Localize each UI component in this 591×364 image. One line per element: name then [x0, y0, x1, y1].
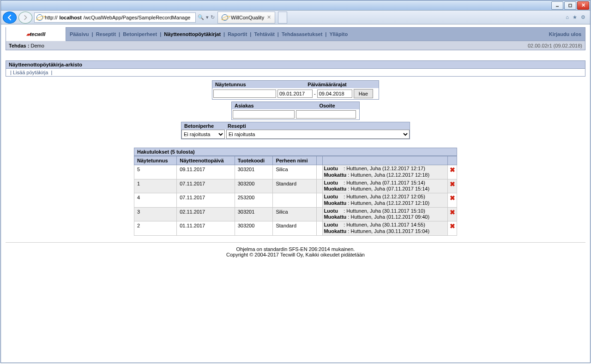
browser-tab[interactable]: WillConQuality ✕ [217, 12, 275, 24]
delete-icon[interactable]: ✖ [450, 180, 455, 188]
betoniperhe-select[interactable]: Ei rajoitusta [181, 130, 225, 139]
tehdas-value: Demo [30, 43, 44, 48]
col-meta [323, 156, 448, 165]
cell-id: 5 [134, 165, 177, 179]
cell-meta: Luotu : Huttunen, Juha (30.11.2017 15:10… [323, 207, 448, 221]
nav-item[interactable]: Reseptit [96, 31, 116, 37]
nav-item[interactable]: Tehdasasetukset [282, 31, 322, 37]
ie-icon [36, 14, 43, 21]
url-prefix: http:// [45, 15, 58, 20]
asiakas-label: Asiakas [232, 102, 296, 109]
add-record-link[interactable]: Lisää pöytäkirja [13, 70, 48, 75]
cell-spacer [317, 221, 323, 236]
nav-item[interactable]: Ylläpito [329, 31, 348, 37]
search-button[interactable]: Hae [354, 89, 373, 98]
cell-meta: Luotu : Huttunen, Juha (07.11.2017 15:14… [323, 179, 448, 193]
cell-id: 4 [134, 193, 177, 208]
cell-family: Silica [273, 207, 317, 221]
forward-button[interactable] [18, 12, 32, 24]
address-bar[interactable]: http://localhost/wcQualWebApp/Pages/Samp… [34, 12, 196, 23]
cell-date: 02.11.2017 [177, 207, 235, 221]
version-text: 02.00.02r1 (09.02.2018) [528, 43, 582, 48]
browser-toolbar: http://localhost/wcQualWebApp/Pages/Samp… [1, 11, 590, 24]
cell-date: 09.11.2017 [177, 165, 235, 179]
footer: Ohjelma on standardin SFS-EN 206:2014 mu… [6, 242, 585, 257]
dropdown-icon[interactable]: ▾ [206, 14, 209, 20]
close-button[interactable]: ✕ [577, 1, 589, 10]
col-spacer [317, 156, 323, 165]
cell-id: 3 [134, 207, 177, 221]
naytetunnus-input[interactable] [213, 90, 276, 98]
tab-title: WillConQuality [231, 15, 264, 20]
cell-id: 1 [134, 179, 177, 193]
logo: ▰tecwill [6, 27, 66, 41]
cell-family: Standard [273, 179, 317, 193]
logout-link[interactable]: Kirjaudu ulos [549, 31, 581, 37]
cell-code: 303201 [235, 207, 273, 221]
cell-meta: Luotu : Huttunen, Juha (12.12.2017 12:05… [323, 193, 448, 208]
delete-icon[interactable]: ✖ [450, 222, 455, 230]
nav-item[interactable]: Raportit [228, 31, 247, 37]
col-header: Näytteenottopäivä [177, 156, 235, 165]
svg-rect-1 [569, 4, 572, 7]
maximize-button[interactable] [564, 1, 576, 10]
nav-item[interactable]: Betoniperheet [123, 31, 157, 37]
cell-code: 303200 [235, 221, 273, 236]
betoniperhe-label: Betoniperhe [181, 122, 225, 130]
cell-meta: Luotu : Huttunen, Juha (12.12.2017 12:17… [323, 165, 448, 179]
tools-icon[interactable]: ⚙ [581, 14, 585, 20]
col-header: Tuotekoodi [235, 156, 273, 165]
date-to-input[interactable] [317, 90, 352, 98]
window-titlebar: ✕ [1, 0, 590, 11]
date-from-input[interactable] [277, 90, 313, 98]
col-header: Näytetunnus [134, 156, 177, 165]
delete-icon[interactable]: ✖ [450, 166, 455, 173]
table-row[interactable]: 509.11.2017303201SilicaLuotu : Huttunen,… [134, 165, 457, 179]
search-icon[interactable]: 🔍 [198, 14, 204, 20]
cell-spacer [317, 165, 323, 179]
nav-item[interactable]: Tehtävät [254, 31, 274, 37]
section-title: Näytteenottopöytäkirja-arkisto [6, 60, 585, 69]
date-sep: - [314, 91, 316, 96]
table-row[interactable]: 107.11.2017303200StandardLuotu : Huttune… [134, 179, 457, 193]
tab-close-icon[interactable]: ✕ [267, 14, 271, 20]
nav-item[interactable]: Pääsivu [70, 31, 89, 37]
home-icon[interactable]: ⌂ [566, 14, 569, 20]
cell-id: 2 [134, 221, 177, 236]
resepti-select[interactable]: Ei rajoitusta [226, 130, 410, 139]
col-header: Perheen nimi [273, 156, 317, 165]
cell-meta: Luotu : Huttunen, Juha (30.11.2017 14:55… [323, 221, 448, 236]
asiakas-input[interactable] [233, 110, 295, 119]
footer-line1: Ohjelma on standardin SFS-EN 206:2014 mu… [6, 246, 585, 252]
url-path: /wcQualWebApp/Pages/SampleRecordManage [84, 15, 191, 20]
cell-family [273, 193, 317, 208]
back-button[interactable] [3, 12, 17, 24]
cell-spacer [317, 193, 323, 208]
ie-icon [222, 14, 228, 21]
resepti-label: Resepti [225, 122, 410, 130]
cell-family: Silica [273, 165, 317, 179]
table-row[interactable]: 407.11.2017253200Luotu : Huttunen, Juha … [134, 193, 457, 208]
sub-bar: Tehdas : Demo 02.00.02r1 (09.02.2018) [6, 41, 585, 50]
new-tab-button[interactable] [278, 12, 287, 24]
col-delete [448, 156, 457, 165]
logo-text: tecwill [30, 31, 46, 37]
favorites-icon[interactable]: ★ [573, 14, 577, 20]
cell-spacer [317, 207, 323, 221]
naytetunnus-label: Näytetunnus [212, 81, 276, 88]
cell-date: 07.11.2017 [177, 179, 235, 193]
results-header: Hakutulokset (5 tulosta) [134, 148, 457, 156]
cell-family: Standard [273, 221, 317, 236]
table-row[interactable]: 302.11.2017303201SilicaLuotu : Huttunen,… [134, 207, 457, 221]
osoite-input[interactable] [296, 110, 356, 119]
refresh-icon[interactable]: ↻ [211, 14, 215, 20]
table-row[interactable]: 201.11.2017303200StandardLuotu : Huttune… [134, 221, 457, 236]
url-host: localhost [60, 15, 82, 20]
cell-code: 253200 [235, 193, 273, 208]
delete-icon[interactable]: ✖ [450, 194, 455, 202]
minimize-button[interactable] [551, 1, 563, 10]
paivamaararajat-label: Päivämäärärajat [276, 81, 379, 88]
delete-icon[interactable]: ✖ [450, 209, 455, 216]
nav-item[interactable]: Näytteenottopöytäkirjat [164, 31, 221, 37]
toolbar-links: | Lisää pöytäkirja | [6, 69, 585, 77]
